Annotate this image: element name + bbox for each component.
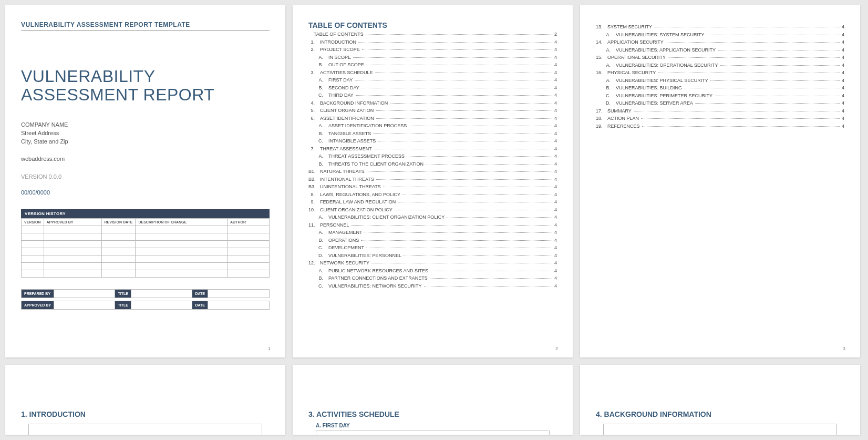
toc-dots [358,42,552,43]
toc-label: VULNERABILITIES: PERSONNEL [328,253,401,258]
page-number: 2 [555,346,558,351]
toc-page: 4 [554,268,557,273]
col-approved-by: APPROVED BY [44,219,101,226]
toc-page: 4 [554,85,557,90]
toc-dots [430,278,552,279]
date-label-cell-2: DATE [192,301,208,310]
title-label-2: TITLE [115,301,131,310]
toc-dots [356,95,552,96]
toc-row: 19.REFERENCES4 [596,124,844,129]
toc-marker: 4. [308,100,320,106]
toc-row: 7.THREAT ASSESSMENT4 [308,146,557,151]
toc-dots [668,57,840,58]
toc-marker: 17. [596,108,607,114]
toc-marker: 5. [308,108,320,113]
template-header-text: VULNERABILITY ASSESSMENT REPORT TEMPLATE [21,21,190,28]
toc-label: REFERENCES [607,124,640,129]
toc-marker: A. [308,268,328,273]
page-5: 3. ACTIVITIES SCHEDULE A. FIRST DAY [293,365,573,435]
table-row [22,233,270,241]
prepared-by-label: PREPARED BY [22,290,54,298]
toc-dots [720,65,840,66]
toc-dots [634,111,840,111]
toc-dots [352,225,552,226]
template-header: VULNERABILITY ASSESSMENT REPORT TEMPLATE [21,21,270,30]
toc-dots [365,232,552,233]
section-introduction: 1. INTRODUCTION [21,410,270,418]
toc-dots [426,164,552,165]
prepared-by-value [54,290,115,298]
toc-dots [383,187,552,187]
toc-marker: A. [596,63,616,68]
toc-page: 4 [554,47,557,52]
page-number: 1 [268,346,271,351]
toc-dots [715,96,840,96]
toc-page: 4 [554,146,557,151]
toc-label: FEDERAL LAW AND REGULATION [320,199,396,204]
title-line-1: VULNERABILITY [21,67,270,86]
toc-label: OUT OF SCOPE [328,62,364,67]
toc-marker: B. [308,275,328,281]
toc-row: 12.NETWORK SECURITY4 [308,260,557,265]
toc-page: 4 [842,124,844,129]
toc-row: B3.UNINTENTIONAL THREATS4 [308,184,557,189]
toc-marker: B2. [308,177,320,182]
section-activities: 3. ACTIVITIES SCHEDULE [308,410,557,418]
content-box [316,431,550,435]
company-block: COMPANY NAME Street Address City, State … [21,121,270,146]
toc-row: C.INTANGIBLE ASSETS4 [308,138,557,144]
toc-label: APPLICATION SECURITY [607,39,664,45]
toc-row: 3.ACTIVITIES SCHEDULE4 [308,70,557,75]
page-1: VULNERABILITY ASSESSMENT REPORT TEMPLATE… [5,5,285,357]
toc-page: 4 [554,100,557,106]
toc-page: 4 [554,77,557,83]
toc-marker: 11. [308,222,320,228]
toc-page: 4 [554,55,557,60]
toc-dots [666,42,840,43]
toc-marker: B3. [308,184,320,189]
toc-marker: 19. [596,124,607,129]
page-3: 13.SYSTEM SECURITY4A.VULNERABILITIES: SY… [580,5,860,357]
toc-dots [367,171,552,172]
toc-page: 4 [842,32,844,37]
toc-dots [395,210,552,210]
toc-label: VULNERABILITIES: CLIENT ORGANIZATION POL… [328,214,445,220]
toc-row: TABLE OF CONTENTS2 [308,32,557,37]
toc-row: C.VULNERABILITIES: PERIMETER SECURITY4 [596,93,844,98]
toc-dots [404,255,552,256]
table-row [22,270,270,278]
toc-dots [642,126,840,127]
toc-row: D.VULNERABILITIES: PERSONNEL4 [308,253,557,258]
content-box [603,424,837,435]
col-version: VERSION [22,219,44,226]
toc-label: CLIENT ORGANIZATION [320,108,374,113]
toc-dots [376,118,552,119]
col-revision-date: REVISION DATE [101,219,136,226]
toc-page: 4 [554,131,557,136]
toc-marker: 13. [596,24,607,29]
toc-label: UNINTENTIONAL THREATS [320,184,381,189]
pages-container: VULNERABILITY ASSESSMENT REPORT TEMPLATE… [5,5,863,435]
toc-row: A.VULNERABILITIES: SYSTEM SECURITY4 [596,32,844,37]
toc-row: A.FIRST DAY4 [308,77,557,83]
toc-label: THREATS TO THE CLIENT ORGANIZATION [328,161,423,167]
toc-label: FIRST DAY [328,77,353,83]
header-divider [21,30,270,30]
toc-page: 4 [842,78,844,83]
toc-label: THREAT ASSESSMENT [320,146,372,151]
col-description: DESCRIPTION OF CHANGE [136,219,228,226]
toc-marker: C. [308,245,328,250]
toc-marker: 1. [308,39,320,45]
toc-marker: A. [308,55,328,60]
toc-label: SECOND DAY [328,85,359,90]
toc-row: 5.CLIENT ORGANIZATION4 [308,108,557,113]
version-history-block: VERSION HISTORY VERSION APPROVED BY REVI… [21,209,270,278]
toc-label: INTANGIBLE ASSETS [328,138,376,144]
toc-page: 4 [554,62,557,67]
toc-row: 15.OPERATIONAL SECURITY4 [596,55,844,60]
toc-page: 4 [554,275,557,281]
toc-dots [373,134,552,134]
document-title: VULNERABILITY ASSESSMENT REPORT [21,67,270,104]
table-header-row: VERSION APPROVED BY REVISION DATE DESCRI… [22,219,270,226]
section-background: 4. BACKGROUND INFORMATION [596,410,844,418]
